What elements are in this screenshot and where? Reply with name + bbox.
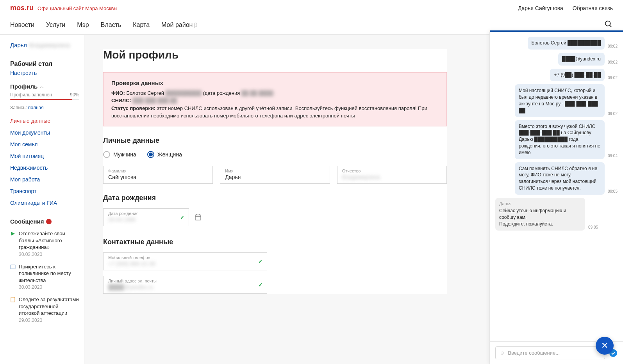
svg-point-0 — [605, 21, 611, 26]
nav-district[interactable]: Мой районβ — [161, 21, 197, 28]
gender-radio-group: Мужчина Женщина — [103, 151, 447, 158]
verification-alert: Проверка данных ФИО: Болотов Сергей ████… — [103, 72, 447, 126]
message-item[interactable]: Следите за результатами государственной … — [10, 296, 84, 323]
dob-field[interactable]: Дата рождения 29.04.1986 ✓ — [103, 208, 189, 226]
lastname-field[interactable]: ФамилияСайгушова — [103, 166, 213, 184]
document-icon — [10, 297, 16, 302]
nav-my-documents[interactable]: Мои документы — [10, 127, 84, 138]
brand-tagline: Официальный сайт Мэра Москвы — [37, 5, 118, 11]
chevron-up-icon: ︿ — [40, 84, 44, 89]
phone-field[interactable]: Мобильный телефон+7 (999) 866-22-38✓ — [103, 252, 267, 270]
nav-olympiads[interactable]: Олимпиады и ГИА — [10, 197, 84, 209]
brand: mos.ru Официальный сайт Мэра Москвы — [10, 4, 118, 12]
gender-female-radio[interactable]: Женщина — [147, 151, 182, 158]
sidebar-desk-title: Рабочий стол — [10, 60, 84, 67]
personal-data-heading: Личные данные — [103, 137, 447, 145]
nav-my-pet[interactable]: Мой питомец — [10, 150, 84, 162]
sidebar-profile-header[interactable]: Профиль︿ — [10, 83, 84, 90]
nav-my-work[interactable]: Моя работа — [10, 174, 84, 185]
svg-rect-4 — [11, 297, 15, 302]
chat-body[interactable]: Болотов Сергей ██████████09:02 ████@yand… — [490, 32, 623, 341]
nav-mayor[interactable]: Мэр — [77, 21, 89, 28]
email-field[interactable]: Личный адрес эл. почты████@yandex.ru✓ — [103, 276, 267, 294]
play-icon — [10, 231, 16, 236]
chat-bubble: Болотов Сергей ██████████ — [528, 37, 605, 50]
sidebar: Дарья Владимировна Рабочий стол Настроит… — [0, 35, 84, 364]
user-name-link[interactable]: Дарья Сайгушова — [518, 5, 563, 11]
chat-bubble: ████@yandex.ru — [558, 53, 605, 66]
chat-input[interactable]: ☺ Введите сообщение... — [495, 346, 605, 359]
nav-services[interactable]: Услуги — [46, 21, 65, 28]
contact-heading: Контактные данные — [103, 238, 447, 246]
svg-marker-2 — [11, 232, 15, 236]
unread-badge-icon — [46, 219, 52, 224]
check-icon: ✓ — [180, 214, 185, 220]
emoji-icon[interactable]: ☺ — [500, 350, 505, 356]
topbar: mos.ru Официальный сайт Мэра Москвы Дарь… — [0, 0, 623, 16]
chat-bubble: Мой настоящий СНИЛС, который и был до не… — [515, 84, 605, 117]
nav-personal-data[interactable]: Личные данные — [10, 115, 84, 127]
dob-heading: Дата рождения — [103, 194, 447, 202]
chat-bubble: +7 (9██) ███-██-██ — [550, 69, 605, 82]
gender-male-radio[interactable]: Мужчина — [103, 151, 136, 158]
sidebar-user[interactable]: Дарья Владимировна — [10, 42, 84, 54]
alert-title: Проверка данных — [111, 79, 439, 88]
calendar-icon[interactable] — [195, 214, 202, 221]
svg-rect-5 — [195, 215, 201, 220]
clinic-icon — [10, 264, 16, 270]
nav-my-family[interactable]: Моя семья — [10, 138, 84, 150]
brand-logo[interactable]: mos.ru — [10, 4, 34, 12]
message-item[interactable]: Прикрепитесь к поликлинике по месту жите… — [10, 263, 84, 290]
check-icon: ✓ — [258, 282, 263, 288]
nav-authority[interactable]: Власть — [101, 21, 121, 28]
chat-bubble: Сам поменять СНИЛС обратно я не могу, ФИ… — [515, 162, 605, 195]
chat-bubble-operator: ДарьяСейчас уточню информацию и сообщу в… — [495, 198, 585, 231]
top-right-links: Дарья Сайгушова Обратная связь — [518, 5, 613, 11]
middlename-field[interactable]: ОтчествоВладимировна — [337, 166, 447, 184]
page-title: Мой профиль — [103, 49, 447, 61]
search-icon[interactable] — [604, 20, 613, 30]
sidebar-configure[interactable]: Настроить — [10, 70, 84, 76]
nav-map[interactable]: Карта — [133, 21, 150, 28]
sidebar-messages-header[interactable]: Сообщения — [10, 218, 84, 225]
feedback-link[interactable]: Обратная связь — [573, 5, 613, 11]
check-icon: ✓ — [258, 258, 263, 265]
close-chat-fab[interactable]: ✕ — [596, 337, 614, 355]
svg-rect-3 — [11, 265, 15, 269]
nav-news[interactable]: Новости — [10, 21, 34, 28]
message-item[interactable]: Отслеживайте свои баллы «Активного гражд… — [10, 230, 84, 257]
chat-panel: Болотов Сергей ██████████09:02 ████@yand… — [489, 30, 623, 364]
record-status: Запись: полная — [10, 105, 84, 110]
nav-transport[interactable]: Транспорт — [10, 185, 84, 197]
close-icon: ✕ — [601, 341, 608, 351]
profile-progress-label: Профиль заполнен90% — [10, 92, 84, 98]
profile-progress-bar — [10, 99, 79, 100]
svg-line-1 — [610, 25, 612, 27]
firstname-field[interactable]: ИмяДарья — [220, 166, 330, 184]
beta-badge: β — [194, 21, 197, 28]
chat-bubble: Вместо этого я вижу чужой СНИЛС ███-███-… — [515, 120, 605, 159]
nav-real-estate[interactable]: Недвижимость — [10, 162, 84, 174]
profile-nav-list: Личные данные Мои документы Моя семья Мо… — [10, 115, 84, 209]
